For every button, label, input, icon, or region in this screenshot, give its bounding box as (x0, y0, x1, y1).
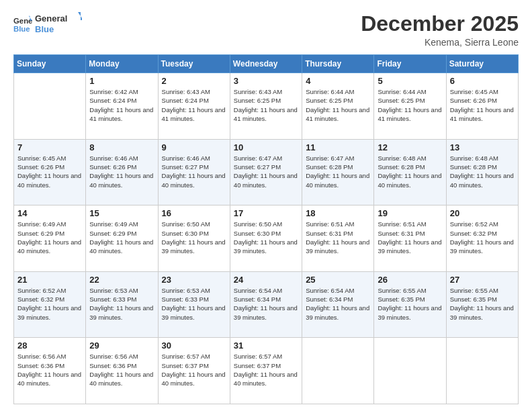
calendar-cell-w1-d2: 1Sunrise: 6:42 AMSunset: 6:24 PMDaylight… (86, 73, 158, 140)
header: General Blue General Blue General Blue D… (13, 12, 519, 48)
cell-info: Sunrise: 6:48 AMSunset: 6:28 PMDaylight:… (378, 154, 442, 189)
calendar-cell-w2-d6: 12Sunrise: 6:48 AMSunset: 6:28 PMDayligh… (374, 139, 446, 205)
calendar-cell-w3-d1: 14Sunrise: 6:49 AMSunset: 6:29 PMDayligh… (14, 205, 86, 272)
day-number: 20 (450, 208, 515, 218)
cell-info: Sunrise: 6:46 AMSunset: 6:27 PMDaylight:… (162, 154, 226, 189)
calendar-cell-w5-d7 (446, 338, 518, 404)
day-number: 16 (162, 208, 226, 218)
day-number: 24 (234, 275, 298, 285)
calendar-cell-w2-d4: 10Sunrise: 6:47 AMSunset: 6:27 PMDayligh… (230, 139, 302, 205)
cell-info: Sunrise: 6:54 AMSunset: 6:34 PMDaylight:… (306, 286, 370, 322)
cell-info: Sunrise: 6:57 AMSunset: 6:37 PMDaylight:… (234, 352, 298, 387)
svg-text:General: General (35, 13, 67, 24)
day-number: 23 (162, 275, 226, 285)
page: General Blue General Blue General Blue D… (0, 0, 532, 411)
calendar-cell-w4-d3: 23Sunrise: 6:53 AMSunset: 6:33 PMDayligh… (158, 271, 230, 338)
day-number: 22 (89, 275, 154, 285)
calendar-cell-w2-d5: 11Sunrise: 6:47 AMSunset: 6:28 PMDayligh… (302, 139, 374, 205)
cell-info: Sunrise: 6:48 AMSunset: 6:28 PMDaylight:… (450, 154, 515, 189)
col-wednesday: Wednesday (230, 55, 302, 73)
calendar-cell-w2-d1: 7Sunrise: 6:45 AMSunset: 6:26 PMDaylight… (14, 139, 86, 205)
svg-text:Blue: Blue (35, 24, 54, 34)
day-number: 5 (378, 76, 442, 86)
cell-info: Sunrise: 6:49 AMSunset: 6:29 PMDaylight:… (17, 220, 82, 255)
logo-svg: General Blue (35, 12, 82, 36)
cell-info: Sunrise: 6:45 AMSunset: 6:26 PMDaylight:… (17, 154, 82, 189)
calendar-cell-w3-d4: 17Sunrise: 6:50 AMSunset: 6:30 PMDayligh… (230, 205, 302, 272)
cell-info: Sunrise: 6:50 AMSunset: 6:30 PMDaylight:… (162, 220, 226, 255)
col-thursday: Thursday (302, 55, 374, 73)
cell-info: Sunrise: 6:52 AMSunset: 6:32 PMDaylight:… (17, 286, 82, 322)
col-sunday: Sunday (14, 55, 86, 73)
logo-icon: General Blue (13, 15, 32, 34)
cell-info: Sunrise: 6:43 AMSunset: 6:25 PMDaylight:… (234, 87, 298, 123)
location: Kenema, Sierra Leone (361, 37, 519, 48)
calendar-cell-w5-d1: 28Sunrise: 6:56 AMSunset: 6:36 PMDayligh… (14, 338, 86, 404)
calendar-cell-w3-d3: 16Sunrise: 6:50 AMSunset: 6:30 PMDayligh… (158, 205, 230, 272)
calendar-cell-w2-d7: 13Sunrise: 6:48 AMSunset: 6:28 PMDayligh… (446, 139, 518, 205)
cell-info: Sunrise: 6:49 AMSunset: 6:29 PMDaylight:… (89, 220, 154, 255)
day-number: 30 (162, 340, 226, 351)
cell-info: Sunrise: 6:42 AMSunset: 6:24 PMDaylight:… (89, 87, 154, 123)
day-number: 9 (162, 142, 226, 152)
cell-info: Sunrise: 6:43 AMSunset: 6:24 PMDaylight:… (162, 87, 226, 123)
col-monday: Monday (86, 55, 158, 73)
day-number: 13 (450, 142, 515, 152)
cell-info: Sunrise: 6:56 AMSunset: 6:36 PMDaylight:… (89, 352, 154, 387)
cell-info: Sunrise: 6:50 AMSunset: 6:30 PMDaylight:… (234, 220, 298, 255)
day-number: 21 (17, 275, 82, 285)
day-number: 12 (378, 142, 442, 152)
cell-info: Sunrise: 6:47 AMSunset: 6:27 PMDaylight:… (234, 154, 298, 189)
day-number: 31 (234, 340, 298, 351)
cell-info: Sunrise: 6:47 AMSunset: 6:28 PMDaylight:… (306, 154, 370, 189)
cell-info: Sunrise: 6:53 AMSunset: 6:33 PMDaylight:… (89, 286, 154, 322)
day-number: 18 (306, 208, 370, 218)
day-number: 25 (306, 275, 370, 285)
header-right: December 2025 Kenema, Sierra Leone (361, 12, 519, 48)
calendar-table: Sunday Monday Tuesday Wednesday Thursday… (13, 54, 519, 404)
calendar-cell-w4-d6: 26Sunrise: 6:55 AMSunset: 6:35 PMDayligh… (374, 271, 446, 338)
svg-text:General: General (13, 17, 32, 25)
calendar-week-1: 1Sunrise: 6:42 AMSunset: 6:24 PMDaylight… (14, 73, 519, 140)
day-number: 19 (378, 208, 442, 218)
day-number: 15 (89, 208, 154, 218)
cell-info: Sunrise: 6:56 AMSunset: 6:36 PMDaylight:… (17, 352, 82, 387)
calendar-cell-w5-d2: 29Sunrise: 6:56 AMSunset: 6:36 PMDayligh… (86, 338, 158, 404)
cell-info: Sunrise: 6:46 AMSunset: 6:26 PMDaylight:… (89, 154, 154, 189)
calendar-cell-w1-d1 (14, 73, 86, 140)
cell-info: Sunrise: 6:51 AMSunset: 6:31 PMDaylight:… (306, 220, 370, 255)
day-number: 27 (450, 275, 515, 285)
calendar-week-2: 7Sunrise: 6:45 AMSunset: 6:26 PMDaylight… (14, 139, 519, 205)
day-number: 28 (17, 340, 82, 351)
cell-info: Sunrise: 6:52 AMSunset: 6:32 PMDaylight:… (450, 220, 515, 255)
day-number: 10 (234, 142, 298, 152)
calendar-cell-w3-d6: 19Sunrise: 6:51 AMSunset: 6:31 PMDayligh… (374, 205, 446, 272)
col-saturday: Saturday (446, 55, 518, 73)
svg-marker-5 (78, 12, 82, 20)
calendar-week-5: 28Sunrise: 6:56 AMSunset: 6:36 PMDayligh… (14, 338, 519, 404)
day-number: 14 (17, 208, 82, 218)
day-number: 11 (306, 142, 370, 152)
day-number: 26 (378, 275, 442, 285)
cell-info: Sunrise: 6:53 AMSunset: 6:33 PMDaylight:… (162, 286, 226, 322)
calendar-cell-w2-d2: 8Sunrise: 6:46 AMSunset: 6:26 PMDaylight… (86, 139, 158, 205)
logo: General Blue General Blue General Blue (13, 12, 82, 36)
calendar-cell-w4-d2: 22Sunrise: 6:53 AMSunset: 6:33 PMDayligh… (86, 271, 158, 338)
day-number: 1 (89, 76, 154, 86)
calendar-cell-w1-d6: 5Sunrise: 6:44 AMSunset: 6:25 PMDaylight… (374, 73, 446, 140)
cell-info: Sunrise: 6:57 AMSunset: 6:37 PMDaylight:… (162, 352, 226, 387)
col-tuesday: Tuesday (158, 55, 230, 73)
calendar-cell-w5-d5 (302, 338, 374, 404)
day-number: 2 (162, 76, 226, 86)
svg-text:Blue: Blue (13, 25, 30, 33)
cell-info: Sunrise: 6:54 AMSunset: 6:34 PMDaylight:… (234, 286, 298, 322)
calendar-cell-w5-d4: 31Sunrise: 6:57 AMSunset: 6:37 PMDayligh… (230, 338, 302, 404)
month-title: December 2025 (361, 12, 519, 36)
calendar-cell-w4-d1: 21Sunrise: 6:52 AMSunset: 6:32 PMDayligh… (14, 271, 86, 338)
cell-info: Sunrise: 6:44 AMSunset: 6:25 PMDaylight:… (306, 87, 370, 123)
calendar-cell-w3-d2: 15Sunrise: 6:49 AMSunset: 6:29 PMDayligh… (86, 205, 158, 272)
cell-info: Sunrise: 6:44 AMSunset: 6:25 PMDaylight:… (378, 87, 442, 123)
calendar-cell-w2-d3: 9Sunrise: 6:46 AMSunset: 6:27 PMDaylight… (158, 139, 230, 205)
calendar-week-3: 14Sunrise: 6:49 AMSunset: 6:29 PMDayligh… (14, 205, 519, 272)
day-number: 6 (450, 76, 515, 86)
